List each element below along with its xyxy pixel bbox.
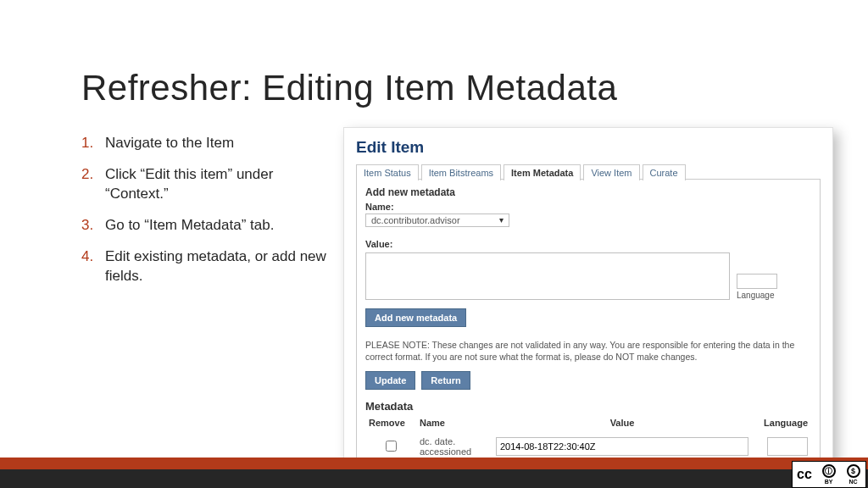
steps-list: Navigate to the Item Click “Edit this it… bbox=[81, 134, 336, 298]
tab-view-item[interactable]: View Item bbox=[583, 164, 639, 180]
add-metadata-heading: Add new metadata bbox=[365, 186, 811, 198]
add-new-metadata-button[interactable]: Add new metadata bbox=[365, 308, 466, 327]
remove-checkbox[interactable] bbox=[386, 441, 397, 452]
col-value: Value bbox=[492, 414, 752, 435]
metadata-value-input[interactable] bbox=[365, 252, 730, 300]
warning-note: PLEASE NOTE: These changes are not valid… bbox=[365, 339, 811, 363]
col-remove: Remove bbox=[365, 414, 416, 435]
tab-strip: Item Status Item Bitstreams Item Metadat… bbox=[356, 164, 821, 180]
cc-logo: cc bbox=[793, 462, 816, 487]
metadata-table: Remove Name Value Language dc. date. acc… bbox=[365, 414, 811, 458]
tab-item-status[interactable]: Item Status bbox=[356, 164, 419, 180]
by-icon: ⓘ bbox=[822, 464, 836, 478]
metadata-name-select[interactable]: dc.contributor.advisor bbox=[365, 214, 509, 227]
col-name: Name bbox=[416, 414, 492, 435]
metadata-section-heading: Metadata bbox=[365, 400, 811, 413]
metadata-panel: Add new metadata Name: dc.contributor.ad… bbox=[356, 179, 821, 466]
slide-footer: cc ⓘ BY $ NC bbox=[0, 454, 868, 488]
cc-license-badge: cc ⓘ BY $ NC bbox=[792, 461, 866, 488]
tab-item-bitstreams[interactable]: Item Bitstreams bbox=[421, 164, 501, 180]
language-label: Language bbox=[737, 291, 777, 300]
tab-item-metadata[interactable]: Item Metadata bbox=[504, 164, 581, 180]
nc-label: NC bbox=[849, 479, 857, 485]
name-label: Name: bbox=[365, 202, 811, 212]
slide-title: Refresher: Editing Item Metadata bbox=[81, 68, 617, 108]
step-item: Edit existing metadata, or add new field… bbox=[81, 247, 336, 286]
step-item: Go to “Item Metadata” tab. bbox=[81, 216, 336, 236]
col-language: Language bbox=[752, 414, 811, 435]
edit-item-heading: Edit Item bbox=[356, 138, 821, 157]
nc-icon: $ bbox=[847, 464, 860, 478]
return-button[interactable]: Return bbox=[421, 371, 470, 390]
by-label: BY bbox=[825, 479, 833, 485]
step-item: Navigate to the Item bbox=[81, 134, 336, 153]
value-label: Value: bbox=[365, 239, 811, 249]
update-button[interactable]: Update bbox=[365, 371, 415, 390]
step-item: Click “Edit this item” under “Context.” bbox=[81, 165, 336, 204]
tab-curate[interactable]: Curate bbox=[643, 164, 686, 180]
language-input[interactable] bbox=[737, 274, 777, 289]
edit-item-screenshot: Edit Item Item Status Item Bitstreams It… bbox=[343, 127, 833, 483]
